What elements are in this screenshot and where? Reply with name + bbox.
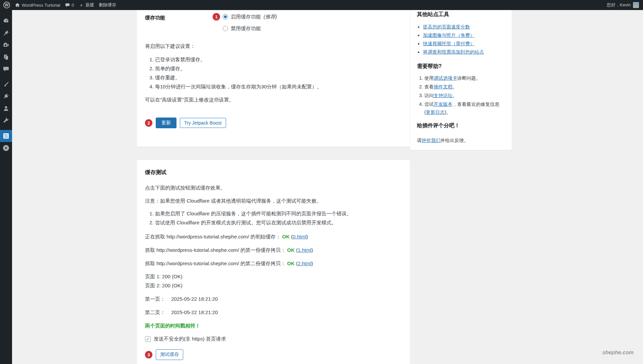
- user-icon: [3, 105, 9, 112]
- rate-plugin-line: 请评价我们并给出反馈。: [417, 137, 504, 144]
- cache-function-label: 缓存功能: [145, 13, 213, 32]
- need-help-title: 需要帮助?: [417, 63, 504, 70]
- sidebar-item-dashboard[interactable]: [0, 15, 12, 27]
- tool-link-images[interactable]: 加速图像与照片（免费）: [423, 32, 475, 38]
- delete-cache-label: 删除缓存: [99, 2, 116, 8]
- wrench-icon: [3, 117, 9, 124]
- admin-sidebar: [0, 10, 12, 364]
- new-content-label: 新建: [85, 2, 94, 8]
- help-link-dev-version[interactable]: 开发版本: [434, 101, 452, 107]
- radio-caching-on-suffix: (推荐): [264, 14, 277, 20]
- watermark: shephe.com: [602, 350, 634, 356]
- help-link-debug-tab[interactable]: 调试选项卡: [434, 75, 457, 81]
- play-circle-icon: [2, 144, 10, 152]
- help-text: 诊断问题。: [457, 75, 481, 81]
- rate-plugin-title: 给插件评个分吧！: [417, 122, 504, 129]
- cache-tester-title: 缓存测试: [145, 169, 402, 176]
- help-link-forum[interactable]: 支持论坛: [434, 93, 452, 98]
- help-text: 尝试: [424, 101, 434, 107]
- help-list: 使用调试选项卡诊断问题。 查看插件文档。 访问支持论坛。 尝试开发版本，查看最近…: [417, 74, 504, 116]
- cloudflare-tip: 尝试使用 Cloudflare 的开发模式去执行测试。您可以在测试成功后禁用开发…: [155, 219, 402, 226]
- page2-timestamp-value: 2025-05-22 18:21:20: [171, 309, 218, 315]
- sidebar-item-video[interactable]: [0, 142, 12, 154]
- page1-timestamp-value: 2025-05-22 18:21:20: [171, 296, 218, 302]
- tester-intro: 点击下面的测试按钮测试缓存效果。: [145, 184, 402, 192]
- admin-bar: W WordPress Turtorial 0 ＋ 新建 删除缓存 您好，Kev…: [0, 0, 643, 10]
- user-greeting[interactable]: 您好，Kevin: [606, 2, 631, 8]
- rate-text: 并给出反馈。: [440, 138, 469, 143]
- http-request-checkbox[interactable]: ✓: [145, 336, 151, 342]
- sidebar-item-comments[interactable]: [0, 63, 12, 75]
- page1-status: 页面 1: 200 (OK): [145, 273, 402, 280]
- help-item: 尝试开发版本，查看最近的修复信息(更新日志)。: [424, 100, 504, 116]
- help-link-docs[interactable]: 插件文档: [434, 84, 452, 89]
- help-text: 查看: [424, 84, 434, 89]
- step-badge-2: 2: [145, 119, 152, 127]
- fetch-status: OK: [287, 261, 295, 266]
- help-item: 使用调试选项卡诊断问题。: [424, 74, 504, 82]
- update-button[interactable]: 更新: [156, 118, 176, 128]
- fetch-result-line: 抓取 http://wordpress-tutorial.shephe.com/…: [145, 246, 402, 254]
- tool-link-pagespeed[interactable]: 提高您的页面速度分数: [423, 24, 470, 29]
- sidebar-item-plugins[interactable]: [0, 90, 12, 102]
- radio-caching-on-label: 启用缓存功能: [231, 14, 261, 20]
- fetch-link-1html[interactable]: 1.html: [298, 247, 311, 253]
- recommended-settings-list: 已登录访客禁用缓存。 简单的缓存。 缓存重建。 每10分钟进行一次间隔垃圾收集，…: [145, 56, 402, 90]
- help-item: 访问支持论坛。: [424, 91, 504, 99]
- page2-timestamp-label: 第二页：: [145, 309, 165, 315]
- test-cache-button[interactable]: 测试缓存: [156, 349, 183, 360]
- page2-status: 页面 2: 200 (OK): [145, 282, 402, 289]
- other-tools-list: 提高您的页面速度分数 加速图像与照片（免费） 快速视频托管（需付费） 将调查和投…: [417, 23, 504, 56]
- avatar[interactable]: [633, 2, 639, 8]
- settings-note: 可以在"高级设置"页面上修改这些设置。: [145, 96, 402, 103]
- wordpress-logo-menu[interactable]: W: [3, 2, 10, 8]
- tester-cloudflare-note: 注意：如果您使用 Cloudflare 或者其他透明前端代理服务，这个测试可能失…: [145, 197, 402, 205]
- home-icon: [15, 2, 20, 8]
- fetch-prefix: 抓取 http://wordpress-tutorial.shephe.com/…: [145, 247, 286, 253]
- help-text: 。: [452, 84, 457, 89]
- jetpack-boost-button[interactable]: Try Jetpack Boost: [180, 118, 226, 128]
- sidebar-item-tools[interactable]: [0, 115, 12, 127]
- tool-link-polls[interactable]: 将调查和投票添加到您的站点: [423, 49, 484, 55]
- rate-us-link[interactable]: 评价我们: [422, 138, 440, 143]
- setting-item: 缓存重建。: [155, 74, 402, 81]
- comments-menu[interactable]: 0: [65, 3, 74, 8]
- setting-item: 已登录访客禁用缓存。: [155, 56, 402, 63]
- paintbrush-icon: [3, 81, 9, 88]
- fetch-link-0html[interactable]: 0.html: [293, 234, 306, 239]
- dashboard-icon: [3, 17, 9, 24]
- fetch-status: OK: [287, 247, 295, 253]
- fetch-result-line: 抓取 http://wordpress-tutorial.shephe.com/…: [145, 260, 402, 267]
- sidebar-item-users[interactable]: [0, 102, 12, 115]
- sidebar-item-pages[interactable]: [0, 51, 12, 63]
- fetch-status: OK: [282, 234, 290, 239]
- delete-cache-menu[interactable]: 删除缓存: [99, 2, 116, 8]
- cloudflare-tips-list: 如果您启用了 Cloudflare 的压缩服务，这个插件可能检测到不同的页面并报…: [145, 210, 402, 226]
- pages-icon: [3, 54, 9, 60]
- right-info-panel: 其他站点工具 提高您的页面速度分数 加速图像与照片（免费） 快速视频托管（需付费…: [410, 10, 512, 150]
- sidebar-item-media[interactable]: [0, 39, 12, 51]
- help-link-changelog[interactable]: 更新日志: [426, 110, 445, 115]
- step-badge-1: 1: [213, 13, 220, 20]
- sidebar-item-appearance[interactable]: [0, 78, 12, 90]
- sidebar-item-settings-active[interactable]: [0, 130, 12, 142]
- help-item: 查看插件文档。: [424, 83, 504, 91]
- setting-item: 简单的缓存。: [155, 65, 402, 72]
- help-text: 访问: [424, 93, 434, 98]
- site-name-menu[interactable]: WordPress Turtorial: [15, 2, 60, 8]
- fetch-link-2html[interactable]: 2.html: [298, 261, 311, 266]
- paren-close: ): [311, 261, 313, 266]
- sidebar-item-posts[interactable]: [0, 27, 12, 39]
- radio-caching-on[interactable]: [223, 14, 228, 19]
- paren-close: ): [306, 234, 308, 239]
- rate-text: 请: [417, 138, 422, 143]
- tool-link-video[interactable]: 快速视频托管（需付费）: [423, 41, 475, 46]
- page1-timestamp-line: 第一页： 2025-05-22 18:21:20: [145, 295, 402, 303]
- fetch-prefix: 抓取 http://wordpress-tutorial.shephe.com/…: [145, 261, 286, 266]
- http-request-checkbox-label: 发送不安全的(非 https) 首页请求: [154, 336, 226, 342]
- page2-timestamp-line: 第二页： 2025-05-22 18:21:20: [145, 309, 402, 316]
- paren-close: ): [311, 247, 313, 253]
- new-content-menu[interactable]: ＋ 新建: [79, 2, 94, 8]
- settings-intro: 将启用以下建议设置：: [145, 43, 402, 50]
- radio-caching-off[interactable]: [223, 26, 228, 31]
